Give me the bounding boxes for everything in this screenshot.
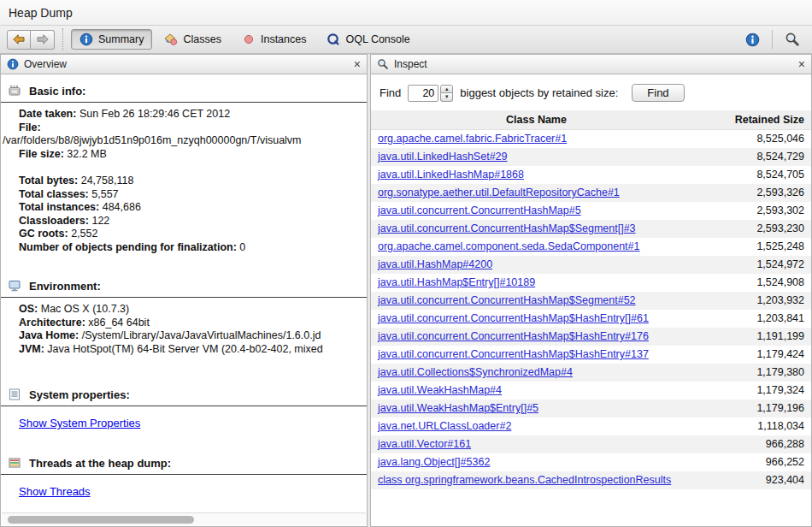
back-arrow-icon bbox=[12, 33, 26, 46]
environment-heading: Environment: bbox=[1, 273, 367, 298]
environment-block: OS: Mac OS X (10.7.3) Architecture: x86_… bbox=[1, 303, 367, 356]
table-row: java.util.concurrent.ConcurrentHashMap$H… bbox=[371, 310, 811, 328]
inspect-close-icon[interactable]: × bbox=[798, 58, 805, 70]
forward-arrow-icon bbox=[36, 33, 50, 46]
toolbar-right-separator bbox=[772, 30, 773, 49]
overview-panel: Overview × Basic info: Date taken: Sun F… bbox=[0, 54, 368, 527]
class-name-link[interactable]: java.util.LinkedHashMap#1868 bbox=[378, 169, 524, 181]
overview-panel-title: Overview bbox=[24, 58, 67, 70]
biggest-objects-table: Class Name Retained Size org.apache.came… bbox=[371, 110, 811, 489]
tab-instances-label: Instances bbox=[261, 33, 307, 45]
retained-size-cell: 8,524,705 bbox=[702, 166, 811, 184]
class-name-link[interactable]: org.apache.camel.component.seda.SedaComp… bbox=[378, 240, 639, 252]
table-row: java.util.LinkedHashMap#1868 8,524,705 bbox=[371, 166, 811, 184]
overview-line: Total instances: 484,686 bbox=[1, 201, 367, 215]
class-name-link[interactable]: java.util.concurrent.ConcurrentHashMap#5 bbox=[378, 204, 581, 216]
overview-horizontal-scrollbar[interactable] bbox=[2, 512, 366, 525]
oql-console-icon bbox=[327, 33, 340, 46]
class-name-link[interactable]: java.util.Collections$SynchronizedMap#4 bbox=[378, 366, 573, 378]
overview-line: Number of objects pending for finalizati… bbox=[1, 241, 367, 255]
retained-size-cell: 923,404 bbox=[702, 471, 811, 489]
retained-size-cell: 966,288 bbox=[702, 435, 811, 453]
class-name-link[interactable]: java.util.concurrent.ConcurrentHashMap$H… bbox=[378, 330, 649, 342]
toolbar-right-group bbox=[739, 29, 805, 50]
overview-line: Architecture: x86_64 64bit bbox=[1, 317, 367, 330]
class-name-link[interactable]: java.util.LinkedHashSet#29 bbox=[378, 151, 508, 163]
tab-oql-console[interactable]: OQL Console bbox=[318, 29, 418, 50]
find-button[interactable]: Find bbox=[632, 84, 684, 102]
class-name-link[interactable]: java.util.concurrent.ConcurrentHashMap$S… bbox=[378, 294, 636, 306]
tab-classes-label: Classes bbox=[183, 33, 221, 45]
file-path-line: /var/folders/b8/8jwjyb1d51n9p016m_nzyqh0… bbox=[1, 134, 367, 148]
spinner-down-icon[interactable]: ▼ bbox=[440, 93, 453, 102]
totals-block: Total bytes: 24,758,118 Total classes: 5… bbox=[1, 175, 367, 254]
overview-info-icon bbox=[7, 58, 19, 70]
date-taken-line: Date taken: Sun Feb 26 18:29:46 CET 2012 bbox=[1, 108, 367, 121]
retained-size-cell: 1,191,199 bbox=[702, 328, 811, 346]
inspect-panel-title: Inspect bbox=[394, 58, 427, 70]
table-header-row: Class Name Retained Size bbox=[371, 110, 811, 130]
retained-size-cell: 966,252 bbox=[702, 453, 811, 471]
instances-icon bbox=[242, 33, 256, 46]
tab-summary[interactable]: Summary bbox=[71, 29, 152, 50]
class-name-link[interactable]: java.lang.Object[]#5362 bbox=[378, 456, 490, 468]
overview-panel-header: Overview × bbox=[1, 55, 367, 74]
forward-button[interactable] bbox=[31, 30, 55, 50]
tab-classes[interactable]: Classes bbox=[156, 29, 229, 50]
heap-info-button[interactable] bbox=[739, 29, 765, 50]
class-name-link[interactable]: java.util.HashMap$Entry[]#10189 bbox=[378, 276, 535, 288]
find-count-spinner: ▲ ▼ bbox=[440, 85, 453, 102]
find-count-input[interactable] bbox=[408, 85, 438, 102]
class-name-link[interactable]: java.util.WeakHashMap#4 bbox=[378, 384, 502, 396]
column-header-retained-size[interactable]: Retained Size bbox=[702, 110, 811, 130]
show-threads-link[interactable]: Show Threads bbox=[19, 485, 91, 498]
class-name-link[interactable]: java.util.WeakHashMap$Entry[]#5 bbox=[378, 402, 538, 414]
class-name-link[interactable]: class org.springframework.beans.CachedIn… bbox=[378, 474, 671, 486]
retained-size-cell: 1,179,196 bbox=[702, 400, 811, 417]
table-row: org.sonatype.aether.util.DefaultReposito… bbox=[371, 184, 811, 202]
basic-info-icon bbox=[8, 84, 21, 98]
class-name-link[interactable]: java.util.Vector#161 bbox=[378, 438, 471, 450]
show-system-properties-link[interactable]: Show System Properties bbox=[19, 417, 140, 429]
class-name-link[interactable]: org.apache.camel.fabric.FabricTracer#1 bbox=[378, 133, 567, 145]
table-row: java.util.WeakHashMap#4 1,179,324 bbox=[371, 382, 811, 400]
class-name-link[interactable]: java.util.HashMap#4200 bbox=[378, 258, 492, 270]
table-row: java.net.URLClassLoader#2 1,118,034 bbox=[371, 417, 811, 435]
column-header-class-name[interactable]: Class Name bbox=[371, 110, 702, 130]
table-row: java.util.HashMap$Entry[]#10189 1,524,90… bbox=[371, 274, 811, 292]
table-row: class org.springframework.beans.CachedIn… bbox=[371, 471, 811, 489]
table-row: java.util.concurrent.ConcurrentHashMap$H… bbox=[371, 328, 811, 346]
overview-line: Java Home: /System/Library/Java/JavaVirt… bbox=[1, 329, 367, 343]
overview-close-icon[interactable]: × bbox=[354, 58, 361, 70]
class-name-link[interactable]: java.util.concurrent.ConcurrentHashMap$H… bbox=[378, 312, 649, 324]
classes-icon bbox=[164, 33, 178, 46]
overview-content: Basic info: Date taken: Sun Feb 26 18:29… bbox=[1, 74, 367, 526]
retained-size-cell: 1,179,380 bbox=[702, 364, 811, 382]
retained-size-cell: 1,179,324 bbox=[702, 382, 811, 400]
summary-info-icon bbox=[79, 33, 93, 46]
tab-instances[interactable]: Instances bbox=[233, 29, 315, 50]
retained-size-cell: 1,118,034 bbox=[702, 417, 811, 435]
table-row: java.util.LinkedHashSet#29 8,524,729 bbox=[371, 148, 811, 166]
retained-size-cell: 1,179,424 bbox=[702, 346, 811, 364]
find-row: Find ▲ ▼ biggest objects by retained siz… bbox=[371, 74, 811, 110]
table-row: java.util.WeakHashMap$Entry[]#5 1,179,19… bbox=[371, 400, 811, 417]
overview-line: JVM: Java HotSpot(TM) 64-Bit Server VM (… bbox=[1, 343, 367, 357]
table-row: java.lang.Object[]#5362 966,252 bbox=[371, 453, 811, 471]
overview-line: OS: Mac OS X (10.7.3) bbox=[1, 303, 367, 317]
back-button[interactable] bbox=[7, 30, 31, 50]
class-name-link[interactable]: org.sonatype.aether.util.DefaultReposito… bbox=[378, 187, 620, 198]
table-row: java.util.concurrent.ConcurrentHashMap#5… bbox=[371, 202, 811, 220]
table-row: java.util.concurrent.ConcurrentHashMap$S… bbox=[371, 220, 811, 238]
table-row: org.apache.camel.fabric.FabricTracer#1 8… bbox=[371, 130, 811, 148]
basic-info-heading: Basic info: bbox=[1, 78, 367, 103]
spinner-up-icon[interactable]: ▲ bbox=[440, 85, 453, 93]
class-name-link[interactable]: java.net.URLClassLoader#2 bbox=[378, 420, 511, 432]
threads-icon bbox=[8, 456, 21, 470]
overview-scrollbar-thumb[interactable] bbox=[8, 516, 194, 524]
history-nav-group bbox=[7, 30, 55, 50]
class-name-link[interactable]: java.util.concurrent.ConcurrentHashMap$H… bbox=[378, 348, 649, 360]
toolbar-separator bbox=[62, 28, 63, 50]
search-button[interactable] bbox=[780, 29, 805, 50]
class-name-link[interactable]: java.util.concurrent.ConcurrentHashMap$S… bbox=[378, 222, 636, 234]
